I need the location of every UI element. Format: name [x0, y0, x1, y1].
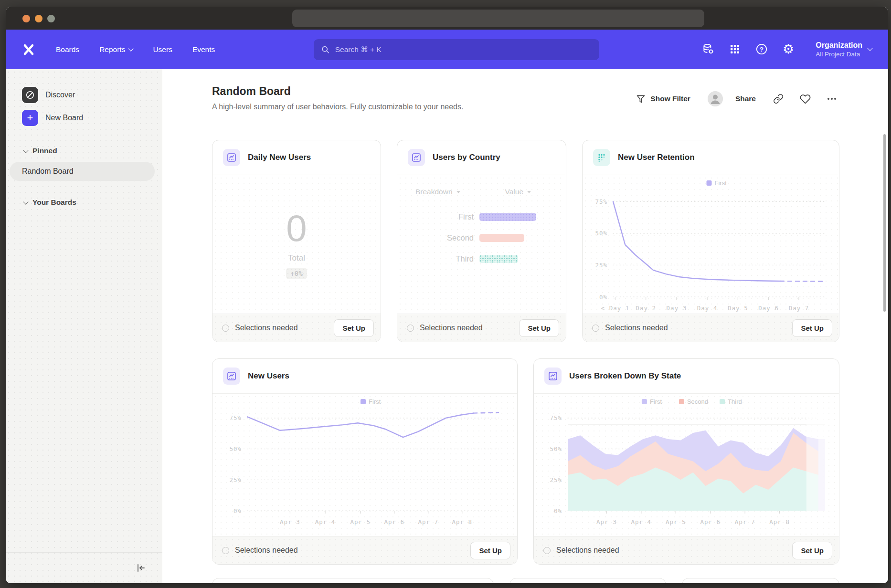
svg-text:First: First: [650, 398, 662, 405]
nav-item-events[interactable]: Events: [182, 42, 225, 58]
nav-item-reports[interactable]: Reports: [89, 42, 143, 58]
sidebar-section-your-boards[interactable]: Your Boards: [6, 193, 162, 211]
svg-text:Day 5: Day 5: [728, 304, 748, 312]
global-search[interactable]: [314, 39, 599, 60]
collapse-sidebar-icon[interactable]: [136, 563, 146, 573]
svg-text:Apr 8: Apr 8: [452, 518, 472, 525]
help-icon[interactable]: ?: [755, 43, 768, 55]
settings-gear-icon[interactable]: ⚙: [782, 43, 795, 55]
search-icon: [321, 45, 329, 54]
card-footer: Selections needed Set Up: [212, 314, 381, 342]
favorite-heart-icon[interactable]: [800, 94, 811, 105]
svg-text:Second: Second: [687, 398, 708, 405]
mixpanel-logo-icon[interactable]: [22, 43, 35, 56]
sidebar-item-new-board[interactable]: + New Board: [6, 106, 162, 129]
chevron-down-icon: [527, 191, 531, 193]
sidebar-item-discover[interactable]: Discover: [6, 84, 162, 106]
svg-text:50%: 50%: [550, 445, 562, 452]
share-button[interactable]: Share: [735, 94, 756, 103]
breakdown-column-header[interactable]: Breakdown: [415, 188, 460, 196]
svg-text:Apr 7: Apr 7: [735, 518, 755, 525]
svg-text:First: First: [715, 179, 727, 187]
data-management-icon[interactable]: [702, 43, 714, 55]
svg-text:Apr 6: Apr 6: [700, 518, 721, 525]
row-label: First: [415, 212, 474, 221]
window-minimize-button[interactable]: [35, 15, 42, 22]
card-body: 75%50%25%0%Apr 3Apr 4Apr 5Apr 6Apr 7Apr …: [212, 394, 517, 536]
stacked-area-chart: 75%50%25%0%Apr 3Apr 4Apr 5Apr 6Apr 7Apr …: [543, 394, 830, 536]
value-column-header[interactable]: Value: [505, 188, 531, 196]
board-label: Random Board: [22, 167, 74, 176]
status-text: Selections needed: [420, 324, 483, 332]
chevron-down-icon: [23, 147, 28, 153]
set-up-button[interactable]: Set Up: [792, 542, 832, 559]
breakdown-row: First: [415, 212, 566, 221]
filter-icon[interactable]: [636, 94, 646, 104]
nav-label: Events: [192, 45, 215, 54]
svg-text:50%: 50%: [229, 445, 242, 452]
window-zoom-button[interactable]: [47, 15, 55, 22]
card-title: Daily New Users: [248, 153, 311, 162]
card-footer: Selections needed Set Up: [397, 314, 566, 342]
window-titlebar: [6, 7, 888, 30]
card-title: Users Broken Down By State: [569, 371, 681, 381]
status-text: Selections needed: [556, 546, 619, 555]
svg-text:< Day 1: < Day 1: [601, 304, 630, 312]
sidebar-label: Discover: [45, 91, 75, 99]
svg-text:Day 6: Day 6: [758, 304, 779, 312]
set-up-button[interactable]: Set Up: [334, 319, 374, 337]
apps-grid-icon[interactable]: [729, 43, 741, 55]
org-project-switcher[interactable]: Organization All Project Data: [816, 41, 872, 59]
svg-text:Apr 8: Apr 8: [769, 518, 790, 525]
svg-text:Day 3: Day 3: [667, 304, 687, 312]
radio-circle-icon: [407, 325, 414, 332]
svg-text:0%: 0%: [554, 507, 562, 514]
line-chart-icon: [223, 368, 240, 385]
show-filter-button[interactable]: Show Filter: [650, 94, 690, 103]
sidebar-item-random-board[interactable]: Random Board: [10, 162, 155, 181]
org-name: Organization: [816, 41, 862, 50]
sidebar: Discover + New Board Pinned Random Board…: [6, 69, 162, 583]
breakdown-row: Third: [415, 254, 566, 263]
more-options-icon[interactable]: [826, 93, 838, 105]
card-body: Breakdown Value First: [397, 175, 566, 314]
svg-text:Day 2: Day 2: [636, 304, 656, 312]
card-footer: Selections needed Set Up: [583, 314, 839, 342]
card-header: Users by Country: [397, 140, 566, 175]
set-up-button[interactable]: Set Up: [519, 319, 559, 337]
card-row-3: Stacked Line Graph: [212, 578, 888, 583]
search-input[interactable]: [334, 45, 592, 54]
section-label: Pinned: [32, 147, 57, 155]
vertical-scrollbar[interactable]: [883, 134, 886, 312]
nav-item-boards[interactable]: Boards: [46, 42, 89, 58]
card-title: New User Retention: [618, 153, 695, 162]
value-bar: [479, 234, 524, 242]
browser-url-bar[interactable]: [292, 10, 704, 27]
card-footer: Selections needed Set Up: [212, 536, 517, 564]
svg-text:50%: 50%: [595, 230, 607, 237]
radio-circle-icon: [592, 325, 599, 332]
card-users-by-state: Users Broken Down By State 75%50%25%0%Ap…: [533, 358, 839, 565]
nav-label: Users: [153, 45, 172, 54]
metric-label: Total: [288, 253, 305, 263]
svg-text:25%: 25%: [229, 476, 242, 483]
set-up-button[interactable]: Set Up: [470, 542, 510, 559]
card-new-user-retention: New User Retention 75%50%25%0%< Day 1Day…: [582, 140, 839, 342]
line-chart-icon: [408, 149, 425, 166]
nav-item-users[interactable]: Users: [143, 42, 182, 58]
app-window: Boards Reports Users Events: [6, 7, 888, 583]
card-new-users: New Users 75%50%25%0%Apr 3Apr 4Apr 5Apr …: [212, 358, 518, 565]
avatar[interactable]: [708, 91, 723, 106]
desktop-background: Boards Reports Users Events: [0, 0, 891, 588]
set-up-button[interactable]: Set Up: [792, 319, 832, 337]
svg-text:0%: 0%: [599, 294, 607, 301]
svg-text:25%: 25%: [550, 476, 562, 483]
copy-link-icon[interactable]: [773, 94, 784, 104]
svg-text:Day 7: Day 7: [789, 304, 809, 312]
svg-text:75%: 75%: [229, 414, 242, 421]
sidebar-section-pinned[interactable]: Pinned: [6, 142, 162, 160]
nav-utilities: ? ⚙ Organization All Project Data: [702, 41, 872, 59]
window-close-button[interactable]: [22, 15, 30, 22]
status-text: Selections needed: [605, 324, 668, 332]
card-body: 75%50%25%0%< Day 1Day 2Day 3Day 4Day 5Da…: [583, 175, 839, 314]
